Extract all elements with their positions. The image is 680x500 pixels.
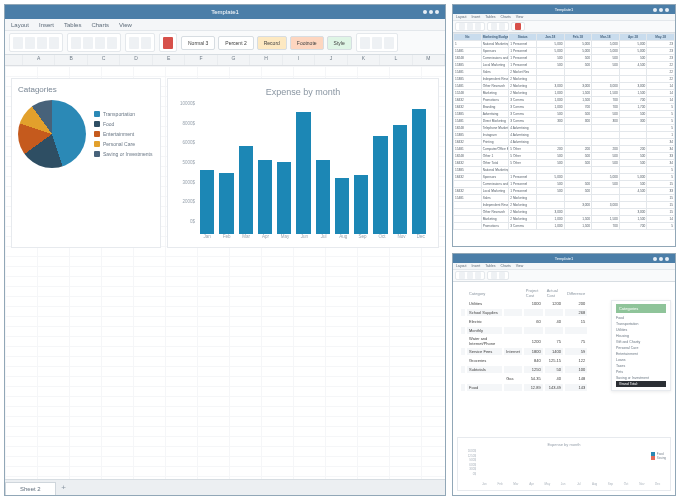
align-center-button[interactable] [83, 37, 93, 49]
colhdr-B[interactable]: B [55, 55, 87, 65]
titlebar: Template1 [5, 5, 445, 19]
ribbon-number-group [125, 33, 155, 52]
menu-tables[interactable]: Tables [64, 22, 81, 28]
categories-header: Categories [616, 304, 666, 313]
ribbon-align-group [67, 33, 121, 52]
ribbon-font-group [9, 33, 63, 52]
win-max-icon[interactable] [429, 10, 433, 14]
colhdr-L[interactable]: L [380, 55, 412, 65]
column-headers: A B C D E F G H I J K L M [5, 55, 445, 66]
mini-bar-chart[interactable]: Expense by month 1600$1250$900$600$300$0… [457, 437, 671, 491]
chart-color-icon[interactable] [163, 37, 173, 49]
colhdr-E[interactable]: E [153, 55, 185, 65]
wrap-text-button[interactable] [107, 37, 117, 49]
underline-button[interactable] [37, 37, 47, 49]
win-min-icon[interactable] [423, 10, 427, 14]
menubar: Layout Insert Tables Charts View [5, 19, 445, 31]
sheet-body[interactable]: Catagories Transportation Food Entertain… [5, 66, 445, 479]
insert-cell-button[interactable] [360, 37, 370, 49]
colhdr-D[interactable]: D [120, 55, 152, 65]
colhdr-H[interactable]: H [250, 55, 282, 65]
cellstyle-record[interactable]: Record [257, 36, 287, 50]
currency-button[interactable] [129, 37, 139, 49]
bar-chart-widget[interactable]: Expense by month 10000$8000$6000$5000$30… [167, 78, 439, 248]
menu-view[interactable]: View [119, 22, 132, 28]
colhdr-J[interactable]: J [315, 55, 347, 65]
legend-swatch-saving [94, 151, 100, 157]
cellstyle-percent[interactable]: Percent 2 [218, 36, 253, 50]
percent-button[interactable] [141, 37, 151, 49]
sheet-tabs: Sheet 2 + [5, 479, 445, 495]
window-title: Template1 [211, 9, 239, 15]
font-color-button[interactable] [49, 37, 59, 49]
ribbon: Normal 3 Percent 2 Record Footnote Style [5, 31, 445, 55]
colhdr-G[interactable]: G [218, 55, 250, 65]
colhdr-M[interactable]: M [413, 55, 445, 65]
sheet-tab-active[interactable]: Sheet 2 [5, 482, 56, 495]
legend-swatch-entertainment [94, 131, 100, 137]
format-cell-button[interactable] [384, 37, 394, 49]
data-grid[interactable]: NoMarketing BudgetStatusJan-18Feb-18Mar-… [453, 33, 675, 246]
ribbon-cells-group [356, 33, 398, 52]
cellstyle-normal[interactable]: Normal 3 [181, 36, 215, 50]
colhdr-C[interactable]: C [88, 55, 120, 65]
colhdr-F[interactable]: F [185, 55, 217, 65]
cellstyle-style[interactable]: Style [327, 36, 352, 50]
sheet-add-button[interactable]: + [56, 480, 72, 495]
bar-chart: 10000$8000$6000$5000$3000$2000$0$ [178, 101, 428, 234]
budget-body[interactable]: CategoryProject CostActual CostDifferenc… [453, 282, 675, 495]
thumb-data-grid-window: Template1 LayoutInsertTablesChartsView N… [452, 4, 676, 247]
categories-panel: Categories FoodTransportationUtilitiesHo… [611, 300, 671, 391]
bar-title: Expense by month [178, 87, 428, 97]
thumb-budget-window: Template1 LayoutInsertTablesChartsView C… [452, 253, 676, 496]
menu-charts[interactable]: Charts [91, 22, 109, 28]
delete-cell-button[interactable] [372, 37, 382, 49]
bold-button[interactable] [13, 37, 23, 49]
align-left-button[interactable] [71, 37, 81, 49]
colhdr-K[interactable]: K [348, 55, 380, 65]
legend-swatch-transportation [94, 111, 100, 117]
italic-button[interactable] [25, 37, 35, 49]
cellstyle-footnote[interactable]: Footnote [290, 36, 324, 50]
pie-legend: Transportation Food Entertainment Person… [94, 111, 152, 157]
legend-swatch-personal [94, 141, 100, 147]
menu-layout[interactable]: Layout [11, 22, 29, 28]
menu-insert[interactable]: Insert [39, 22, 54, 28]
legend-swatch-food [94, 121, 100, 127]
align-right-button[interactable] [95, 37, 105, 49]
win-close-icon[interactable] [435, 10, 439, 14]
pie-title: Catagories [18, 85, 154, 94]
colhdr-A[interactable]: A [23, 55, 55, 65]
main-spreadsheet-window: Template1 Layout Insert Tables Charts Vi… [4, 4, 446, 496]
pie-chart [18, 100, 86, 168]
colhdr-I[interactable]: I [283, 55, 315, 65]
pie-chart-widget[interactable]: Catagories Transportation Food Entertain… [11, 78, 161, 248]
ribbon-chart-icon-group [159, 33, 177, 52]
